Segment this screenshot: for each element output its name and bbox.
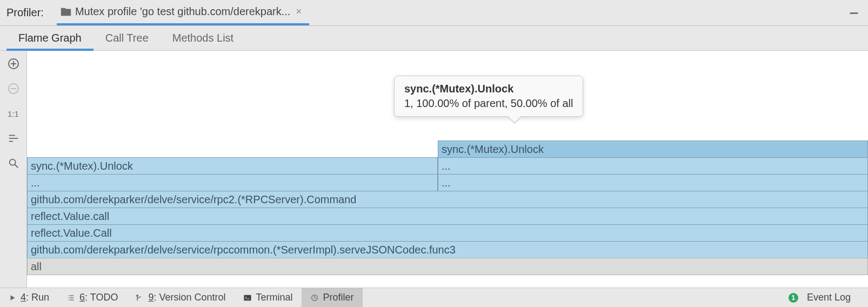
frame-label: sync.(*Mutex).Unlock: [442, 143, 544, 155]
profiler-icon: [310, 293, 319, 302]
profile-tab[interactable]: Mutex profile 'go test github.com/derekp…: [57, 0, 309, 25]
profiler-title: Profiler:: [6, 6, 44, 19]
flame-toolbar: 1:1: [0, 51, 27, 288]
frame-tooltip: sync.(*Mutex).Unlock 1, 100.00% of paren…: [394, 76, 583, 117]
frame-label: ...: [442, 177, 451, 189]
list-icon: [66, 293, 75, 302]
vc-text: : Version Control: [153, 292, 225, 303]
minimize-icon[interactable]: [846, 5, 862, 21]
version-control-tool-window-button[interactable]: 9: Version Control: [126, 288, 234, 307]
todo-accelerator: 6: [79, 292, 85, 303]
frame-label: github.com/derekparker/delve/service/rpc…: [31, 193, 356, 205]
tooltip-title: sync.(*Mutex).Unlock: [404, 83, 573, 95]
terminal-tool-window-button[interactable]: Terminal: [235, 288, 302, 307]
flame-frame[interactable]: github.com/derekparker/delve/service/rpc…: [27, 241, 868, 258]
profile-tab-bar: Mutex profile 'go test github.com/derekp…: [57, 0, 824, 25]
tab-call-tree[interactable]: Call Tree: [94, 26, 161, 50]
frame-label: ...: [442, 160, 451, 172]
flame-frame-base[interactable]: all: [27, 258, 868, 275]
tab-flame-graph-label: Flame Graph: [18, 32, 82, 44]
svg-rect-18: [244, 295, 251, 301]
flame-frame[interactable]: reflect.Value.call: [27, 208, 868, 225]
profiler-tool-window-button[interactable]: Profiler: [302, 288, 363, 307]
profile-tab-label: Mutex profile 'go test github.com/derekp…: [75, 5, 290, 18]
close-icon[interactable]: ×: [296, 6, 302, 17]
flame-frame[interactable]: sync.(*Mutex).Unlock: [438, 141, 868, 158]
tab-methods-list-label: Methods List: [172, 32, 233, 44]
play-icon: [9, 294, 16, 302]
collapse-icon[interactable]: [6, 131, 21, 146]
frame-label: github.com/derekparker/delve/service/rpc…: [31, 244, 456, 256]
event-log-text: Event Log: [807, 292, 851, 303]
flame-frame[interactable]: sync.(*Mutex).Unlock: [27, 157, 438, 175]
terminal-icon: [243, 293, 252, 302]
frame-label: ...: [31, 177, 40, 189]
svg-line-10: [15, 165, 18, 168]
folder-icon: [60, 6, 72, 18]
reset-zoom-icon[interactable]: 1:1: [6, 106, 21, 121]
status-bar: 4: Run 6: TODO 9: Version Control Termin…: [0, 288, 868, 307]
event-log-button[interactable]: 1 Event Log: [780, 292, 859, 303]
flame-graph-canvas[interactable]: sync.(*Mutex).Unlock 1, 100.00% of paren…: [27, 51, 868, 288]
profiler-text: Profiler: [323, 292, 354, 303]
flame-frame[interactable]: github.com/derekparker/delve/service/rpc…: [27, 191, 868, 208]
todo-text: : TODO: [85, 292, 118, 303]
event-log-badge: 1: [789, 293, 798, 303]
run-text: : Run: [26, 292, 49, 303]
terminal-text: Terminal: [256, 292, 293, 303]
flame-frame[interactable]: ...: [438, 174, 868, 191]
flame-frame[interactable]: ...: [438, 157, 868, 175]
flame-frame[interactable]: reflect.Value.Call: [27, 224, 868, 242]
tab-flame-graph[interactable]: Flame Graph: [6, 26, 94, 50]
vc-accelerator: 9: [148, 292, 153, 303]
frame-label: reflect.Value.Call: [31, 227, 112, 239]
run-accelerator: 4: [21, 292, 26, 303]
gear-icon[interactable]: [824, 5, 839, 21]
svg-point-17: [137, 295, 138, 296]
tab-call-tree-label: Call Tree: [105, 32, 149, 44]
zoom-in-icon[interactable]: [6, 56, 21, 71]
run-tool-window-button[interactable]: 4: Run: [0, 288, 58, 307]
zoom-out-icon[interactable]: [6, 81, 21, 96]
svg-point-9: [9, 159, 15, 165]
search-icon[interactable]: [6, 156, 21, 171]
frame-label: reflect.Value.call: [31, 210, 109, 222]
status-label: 4: Run: [21, 292, 49, 303]
todo-tool-window-button[interactable]: 6: TODO: [58, 288, 126, 307]
view-tabs: Flame Graph Call Tree Methods List: [0, 26, 868, 51]
status-label: 9: Version Control: [148, 292, 225, 303]
flame-frame[interactable]: ...: [27, 174, 438, 191]
tab-methods-list[interactable]: Methods List: [161, 26, 245, 50]
tooltip-detail: 1, 100.00% of parent, 50.00% of all: [404, 97, 573, 110]
frame-label: all: [31, 261, 42, 272]
svg-rect-0: [850, 12, 858, 14]
frame-label: sync.(*Mutex).Unlock: [31, 160, 133, 172]
branch-icon: [135, 293, 144, 302]
status-label: 6: TODO: [79, 292, 118, 303]
